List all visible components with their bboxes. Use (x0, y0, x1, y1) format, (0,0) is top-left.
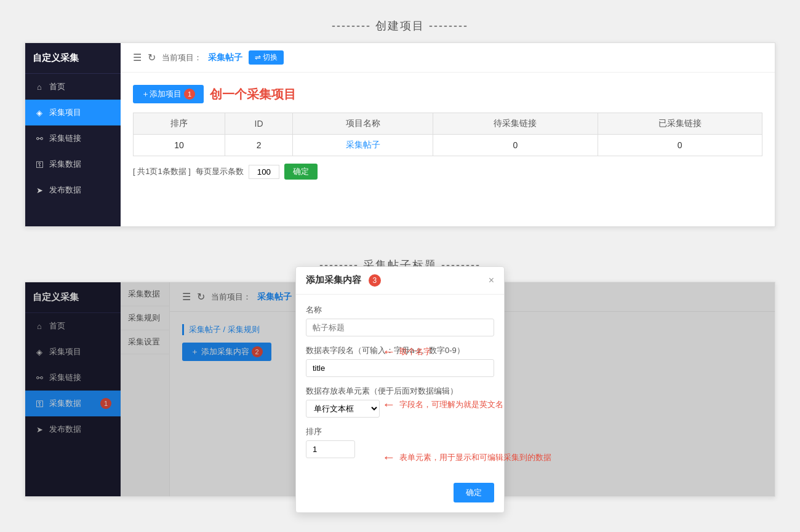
field-name-input[interactable] (306, 359, 494, 377)
element-select[interactable]: 单行文本框 多行文本框 下拉选择 (306, 400, 380, 418)
add-content-modal: 添加采集内容 3 × 名称 数据表字段名（可输入：字母a-z、数字0- (295, 266, 505, 513)
field-name-label: 数据表字段名（可输入：字母a-z、数字0-9） (306, 345, 494, 356)
col-id: ID (225, 113, 293, 135)
sidebar-label-publish-1: 发布数据 (49, 185, 81, 196)
modal-title: 添加采集内容 (306, 274, 361, 285)
sidebar-label-home-1: 首页 (49, 81, 65, 92)
per-page-input[interactable] (249, 165, 279, 179)
order-input[interactable] (306, 440, 355, 458)
name-field-group: 名称 (306, 304, 494, 336)
col-collected: 已采集链接 (598, 113, 762, 135)
add-project-badge: 1 (184, 89, 195, 100)
layers-icon-1: ◈ (34, 108, 44, 117)
sidebar-item-data-1[interactable]: ⚿ 采集数据 (25, 151, 121, 177)
modal-body: 名称 数据表字段名（可输入：字母a-z、数字0-9） 数据存放表单元素（便于后面… (296, 295, 504, 477)
sidebar-brand-1: 自定义采集 (25, 43, 121, 74)
switch-button-1[interactable]: ⇌ 切换 (249, 50, 284, 65)
row-name[interactable]: 采集帖子 (293, 135, 433, 156)
row-id: 2 (225, 135, 293, 156)
current-project-label-1: 当前项目： (162, 52, 202, 63)
order-label: 排序 (306, 426, 494, 437)
link-icon-1: ⚯ (34, 133, 44, 143)
element-label: 数据存放表单元素（便于后面对数据编辑） (306, 386, 494, 397)
name-field-input[interactable] (306, 319, 494, 336)
add-project-button[interactable]: ＋添加项目 1 (133, 85, 204, 103)
sidebar-label-links-1: 采集链接 (49, 133, 81, 144)
send-icon-1: ➤ (34, 185, 44, 195)
refresh-icon-1[interactable]: ↻ (148, 52, 156, 63)
order-group: 排序 (306, 426, 494, 458)
name-field-label: 名称 (306, 304, 494, 316)
modal-close-button[interactable]: × (489, 275, 494, 286)
menu-icon-1[interactable]: ☰ (133, 52, 142, 63)
col-pending: 待采集链接 (433, 113, 598, 135)
projects-table: 排序 ID 项目名称 待采集链接 已采集链接 10 2 采集帖子 (133, 113, 762, 156)
sidebar-item-links-1[interactable]: ⚯ 采集链接 (25, 125, 121, 151)
modal-title-area: 添加采集内容 3 (306, 274, 381, 287)
sidebar-item-publish-1[interactable]: ➤ 发布数据 (25, 177, 121, 203)
pagination-confirm-button[interactable]: 确定 (284, 164, 318, 180)
key-icon-1: ⚿ (34, 159, 44, 169)
content-area-1: ＋添加项目 1 创一个采集项目 排序 ID 项目名称 待采集链接 (121, 73, 775, 192)
col-name: 项目名称 (293, 113, 433, 135)
pagination-bar: [ 共1页1条数据 ] 每页显示条数 确定 (133, 164, 762, 180)
field-name-group: 数据表字段名（可输入：字母a-z、数字0-9） (306, 345, 494, 377)
per-page-label: 每页显示条数 (196, 166, 244, 177)
modal-step-badge: 3 (369, 274, 381, 287)
modal-footer: 确定 (296, 477, 504, 512)
project-name-1: 采集帖子 (208, 52, 242, 63)
app-shell-2: 自定义采集 ⌂ 首页 ◈ 采集项目 ⚯ 采集链接 ⚿ (25, 282, 775, 497)
col-order: 排序 (134, 113, 225, 135)
pagination-info: [ 共1页1条数据 ] (133, 166, 191, 177)
modal-header: 添加采集内容 3 × (296, 267, 504, 295)
top-bar-1: ☰ ↻ 当前项目： 采集帖子 ⇌ 切换 (121, 43, 775, 73)
row-pending: 0 (433, 135, 598, 156)
home-icon-1: ⌂ (34, 82, 44, 92)
sidebar-label-data-1: 采集数据 (49, 159, 81, 170)
row-order: 10 (134, 135, 225, 156)
main-content-1: ☰ ↻ 当前项目： 采集帖子 ⇌ 切换 ＋添加项目 1 创一个采集项目 (121, 43, 775, 226)
sidebar-label-projects-1: 采集项目 (49, 107, 81, 118)
modal-overlay: 添加采集内容 3 × 名称 数据表字段名（可输入：字母a-z、数字0- (25, 282, 775, 496)
create-heading: 创一个采集项目 (210, 86, 296, 103)
table-row: 10 2 采集帖子 0 0 (134, 135, 762, 156)
section1-title: -------- 创建项目 -------- (25, 6, 775, 42)
element-group: 数据存放表单元素（便于后面对数据编辑） 单行文本框 多行文本框 下拉选择 (306, 386, 494, 418)
sidebar-item-home-1[interactable]: ⌂ 首页 (25, 74, 121, 100)
modal-confirm-button[interactable]: 确定 (454, 483, 494, 502)
sidebar-1: 自定义采集 ⌂ 首页 ◈ 采集项目 ⚯ 采集链接 ⚿ 采集数据 (25, 43, 121, 226)
sidebar-item-projects-1[interactable]: ◈ 采集项目 (25, 100, 121, 125)
row-collected: 0 (598, 135, 762, 156)
